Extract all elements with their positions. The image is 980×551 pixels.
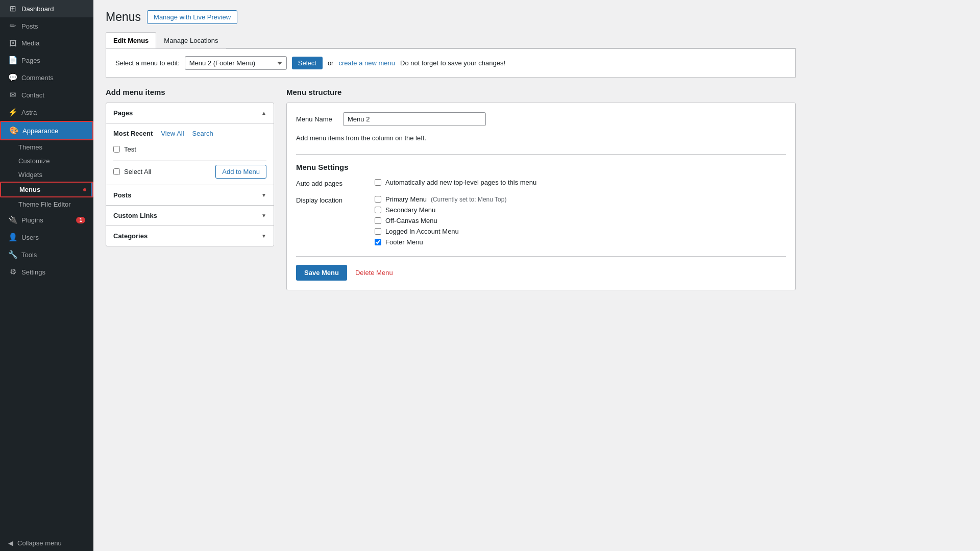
sidebar-item-widgets[interactable]: Widgets (0, 168, 93, 182)
tabs: Edit Menus Manage Locations (106, 32, 796, 48)
auto-add-options: Automatically add new top-level pages to… (375, 179, 536, 187)
sidebar-item-contact[interactable]: ✉ Contact (0, 86, 93, 104)
primary-menu-label: Primary Menu (385, 195, 427, 203)
menu-action-buttons: Save Menu Delete Menu (296, 256, 786, 281)
pages-panel-tabs: Most Recent View All Search (113, 130, 266, 137)
categories-accordion-header[interactable]: Categories ▼ (106, 226, 274, 246)
menu-select-dropdown[interactable]: Menu 2 (Footer Menu) Menu 1 (Primary Men… (185, 56, 287, 70)
categories-chevron: ▼ (261, 233, 266, 239)
pages-accordion-body: Most Recent View All Search Test (106, 123, 274, 185)
sidebar-item-media[interactable]: 🖼 Media (0, 35, 93, 52)
comments-icon: 💬 (8, 73, 17, 82)
menu-settings-title: Menu Settings (296, 154, 786, 171)
collapse-icon: ◀ (8, 539, 13, 547)
auto-add-checkbox[interactable] (375, 179, 381, 186)
sidebar-item-settings[interactable]: ⚙ Settings (0, 263, 93, 281)
footer-menu-option: Footer Menu (375, 238, 506, 246)
pages-accordion-title: Pages (113, 109, 133, 117)
pages-item-test-label: Test (124, 145, 136, 153)
sidebar-item-themes[interactable]: Themes (0, 140, 93, 154)
sidebar-item-customize[interactable]: Customize (0, 154, 93, 168)
pages-item-test-checkbox[interactable] (113, 146, 120, 153)
menu-name-label: Menu Name (296, 115, 337, 123)
off-canvas-menu-checkbox[interactable] (375, 217, 381, 224)
search-tab[interactable]: Search (192, 130, 213, 137)
menu-structure-content: Menu Name Add menu items from the column… (286, 103, 796, 290)
astra-icon: ⚡ (8, 108, 17, 117)
secondary-menu-label: Secondary Menu (385, 206, 435, 214)
display-location-row: Display location Primary Menu (Currently… (296, 195, 786, 246)
sidebar-item-plugins[interactable]: 🔌 Plugins 1 (0, 211, 93, 229)
menu-info-text: Add menu items from the column on the le… (296, 134, 786, 142)
pages-accordion-header[interactable]: Pages ▲ (106, 103, 274, 123)
pages-chevron-up: ▲ (261, 110, 266, 116)
media-icon: 🖼 (8, 39, 17, 47)
sidebar-item-dashboard[interactable]: ⊞ Dashboard (0, 0, 93, 17)
secondary-menu-checkbox[interactable] (375, 207, 381, 213)
select-button[interactable]: Select (292, 57, 323, 69)
sidebar-item-appearance[interactable]: 🎨 Appearance (0, 121, 93, 140)
save-menu-button[interactable]: Save Menu (296, 265, 347, 281)
footer-menu-checkbox[interactable] (375, 239, 381, 245)
logged-in-menu-label: Logged In Account Menu (385, 228, 459, 235)
pages-panel-footer: Select All Add to Menu (113, 160, 266, 179)
logged-in-menu-checkbox[interactable] (375, 228, 381, 235)
plugins-badge: 1 (76, 217, 85, 223)
tab-edit-menus[interactable]: Edit Menus (106, 32, 156, 48)
live-preview-button[interactable]: Manage with Live Preview (147, 10, 237, 24)
categories-accordion-title: Categories (113, 232, 148, 240)
users-icon: 👤 (8, 233, 17, 242)
collapse-menu[interactable]: ◀ Collapse menu (0, 535, 93, 551)
custom-links-accordion-header[interactable]: Custom Links ▼ (106, 205, 274, 226)
select-all-label: Select All (124, 168, 151, 176)
save-notice: Do not forget to save your changes! (400, 59, 505, 67)
sidebar-item-users[interactable]: 👤 Users (0, 229, 93, 246)
posts-accordion-header[interactable]: Posts ▼ (106, 185, 274, 205)
contact-icon: ✉ (8, 90, 17, 99)
secondary-menu-option: Secondary Menu (375, 206, 506, 214)
page-title: Menus (106, 10, 141, 24)
menu-structure-title: Menu structure (286, 88, 796, 96)
sidebar-item-menus[interactable]: Menus (0, 182, 93, 197)
off-canvas-menu-option: Off-Canvas Menu (375, 217, 506, 224)
posts-chevron: ▼ (261, 192, 266, 198)
logged-in-menu-option: Logged In Account Menu (375, 228, 506, 235)
page-header: Menus Manage with Live Preview (106, 10, 796, 24)
add-to-menu-button[interactable]: Add to Menu (215, 165, 266, 179)
sidebar-item-tools[interactable]: 🔧 Tools (0, 246, 93, 263)
content-columns: Add menu items Pages ▲ Most Recent View … (106, 88, 796, 290)
main-content: Menus Manage with Live Preview Edit Menu… (93, 0, 980, 551)
sidebar-item-astra[interactable]: ⚡ Astra (0, 104, 93, 121)
sidebar-item-comments[interactable]: 💬 Comments (0, 69, 93, 86)
primary-menu-option: Primary Menu (Currently set to: Menu Top… (375, 195, 506, 203)
primary-menu-checkbox[interactable] (375, 196, 381, 203)
auto-add-option: Automatically add new top-level pages to… (375, 179, 536, 186)
tab-manage-locations[interactable]: Manage Locations (156, 32, 226, 48)
pages-icon: 📄 (8, 56, 17, 65)
select-all-row: Select All (113, 166, 151, 178)
plugins-icon: 🔌 (8, 215, 17, 224)
select-menu-bar: Select a menu to edit: Menu 2 (Footer Me… (106, 48, 796, 78)
add-menu-items-panel: Add menu items Pages ▲ Most Recent View … (106, 88, 274, 246)
custom-links-chevron: ▼ (261, 213, 266, 218)
posts-icon: ✏ (8, 21, 17, 31)
sidebar-item-theme-file-editor[interactable]: Theme File Editor (0, 197, 93, 211)
dashboard-icon: ⊞ (8, 4, 17, 13)
appearance-submenu: Themes Customize Widgets Menus Theme Fil… (0, 140, 93, 211)
or-text: or (328, 59, 334, 67)
delete-menu-link[interactable]: Delete Menu (355, 269, 393, 277)
auto-add-label: Auto add pages (296, 179, 362, 187)
auto-add-option-label: Automatically add new top-level pages to… (385, 179, 536, 186)
pages-accordion: Pages ▲ Most Recent View All Search (106, 103, 274, 246)
most-recent-tab[interactable]: Most Recent (113, 130, 153, 137)
view-all-tab[interactable]: View All (161, 130, 184, 137)
menu-name-input[interactable] (343, 112, 486, 126)
display-location-options: Primary Menu (Currently set to: Menu Top… (375, 195, 506, 246)
create-new-menu-link[interactable]: create a new menu (338, 59, 395, 67)
footer-menu-label: Footer Menu (385, 238, 423, 246)
select-all-checkbox[interactable] (113, 168, 120, 175)
primary-menu-sub: (Currently set to: Menu Top) (431, 196, 507, 203)
sidebar-item-posts[interactable]: ✏ Posts (0, 17, 93, 35)
sidebar-item-pages[interactable]: 📄 Pages (0, 52, 93, 69)
off-canvas-menu-label: Off-Canvas Menu (385, 217, 437, 224)
